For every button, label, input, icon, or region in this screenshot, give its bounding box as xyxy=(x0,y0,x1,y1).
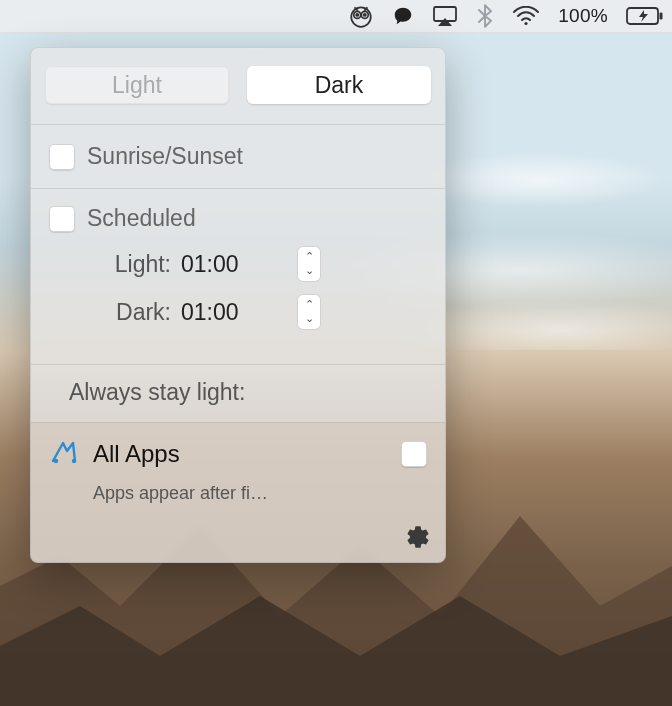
svg-point-6 xyxy=(525,22,528,25)
scheduled-light-time[interactable]: 01:00 xyxy=(179,251,289,278)
light-mode-label: Light xyxy=(112,72,162,99)
gear-icon xyxy=(405,524,431,550)
all-apps-icon xyxy=(49,439,79,469)
apps-section: All Apps Apps appear after fi… xyxy=(31,423,445,520)
svg-point-3 xyxy=(356,14,358,16)
scheduled-dark-row: Dark: 01:00 ⌃⌄ xyxy=(75,294,427,330)
scheduled-light-stepper[interactable]: ⌃⌄ xyxy=(297,246,321,282)
always-stay-light-header: Always stay light: xyxy=(31,365,445,423)
svg-point-10 xyxy=(72,459,76,463)
scheduled-section: Scheduled Light: 01:00 ⌃⌄ Dark: 01:00 ⌃⌄ xyxy=(31,189,445,365)
dark-mode-button[interactable]: Dark xyxy=(247,66,431,104)
svg-point-9 xyxy=(54,459,58,463)
owl-menubar-icon[interactable] xyxy=(348,3,374,29)
svg-rect-8 xyxy=(660,13,663,20)
sunrise-sunset-row: Sunrise/Sunset xyxy=(31,125,445,189)
sunrise-sunset-label: Sunrise/Sunset xyxy=(87,143,243,170)
theme-segment-control: Light Dark xyxy=(31,48,445,125)
speech-bubble-icon[interactable] xyxy=(392,5,414,27)
scheduled-checkbox[interactable] xyxy=(49,206,75,232)
sunrise-sunset-checkbox[interactable] xyxy=(49,144,75,170)
bluetooth-icon[interactable] xyxy=(476,4,494,28)
nightowl-popover: Light Dark Sunrise/Sunset Scheduled Ligh… xyxy=(30,47,446,563)
airplay-icon[interactable] xyxy=(432,5,458,27)
scheduled-dark-stepper[interactable]: ⌃⌄ xyxy=(297,294,321,330)
battery-charging-icon[interactable] xyxy=(626,6,664,26)
dark-mode-label: Dark xyxy=(315,72,364,99)
scheduled-dark-label: Dark: xyxy=(75,299,171,326)
menu-bar: 100% xyxy=(0,0,672,33)
desktop-background: 100% Light Dark Sunrise/Sunset xyxy=(0,0,672,706)
all-apps-checkbox[interactable] xyxy=(401,441,427,467)
all-apps-row: All Apps xyxy=(49,439,427,469)
light-mode-button[interactable]: Light xyxy=(45,66,229,104)
wifi-icon[interactable] xyxy=(512,6,540,26)
apps-hint-text: Apps appear after fi… xyxy=(93,483,427,504)
scheduled-dark-time[interactable]: 01:00 xyxy=(179,299,289,326)
battery-percent-label: 100% xyxy=(558,5,608,27)
settings-button[interactable] xyxy=(405,524,431,550)
scheduled-light-row: Light: 01:00 ⌃⌄ xyxy=(75,246,427,282)
popover-footer xyxy=(31,520,445,562)
all-apps-label: All Apps xyxy=(93,440,387,468)
scheduled-label: Scheduled xyxy=(87,205,196,232)
scheduled-light-label: Light: xyxy=(75,251,171,278)
svg-point-4 xyxy=(364,14,366,16)
always-stay-light-label: Always stay light: xyxy=(69,379,245,405)
